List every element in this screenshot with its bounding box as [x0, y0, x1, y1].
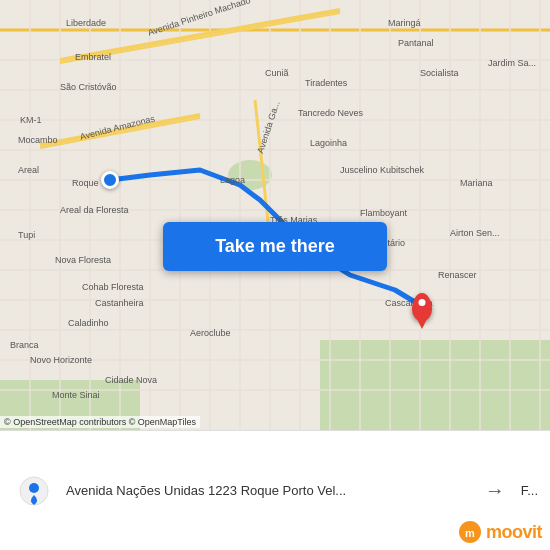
moovit-logo: m moovit — [458, 520, 542, 544]
svg-rect-2 — [320, 340, 550, 430]
svg-text:m: m — [465, 527, 475, 539]
origin-marker — [101, 171, 119, 189]
dest-pin-dot — [419, 299, 426, 306]
app: LiberdadeEmbratelSão CristóvãoKM-1Mocamb… — [0, 0, 550, 550]
route-destination-short: F... — [521, 483, 538, 498]
bottom-bar: Avenida Nações Unidas 1223 Roque Porto V… — [0, 430, 550, 550]
moovit-brand-name: moovit — [486, 522, 542, 543]
map-attribution: © OpenStreetMap contributors © OpenMapTi… — [0, 416, 200, 428]
map-svg — [0, 0, 550, 430]
bottom-content: Avenida Nações Unidas 1223 Roque Porto V… — [12, 469, 538, 513]
bottom-text: Avenida Nações Unidas 1223 Roque Porto V… — [66, 483, 469, 498]
destination-marker — [412, 293, 432, 321]
map-container: LiberdadeEmbratelSão CristóvãoKM-1Mocamb… — [0, 0, 550, 430]
take-me-there-button[interactable]: Take me there — [163, 222, 387, 271]
bottom-icon — [12, 469, 56, 513]
route-arrow: → — [479, 479, 511, 502]
route-from-label: Avenida Nações Unidas 1223 Roque Porto V… — [66, 483, 446, 498]
svg-point-42 — [29, 483, 39, 493]
dest-pin-body — [412, 293, 432, 321]
